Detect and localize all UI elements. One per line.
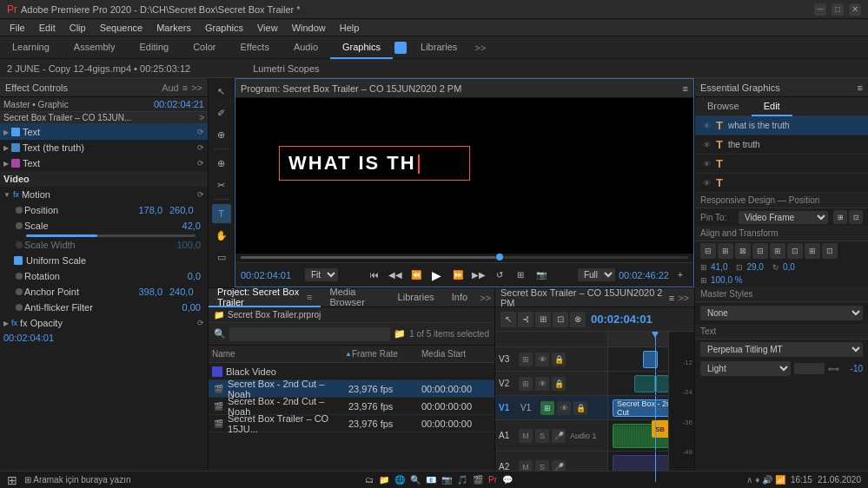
eg-menu-icon[interactable]: ≡ [858,82,863,93]
export-frame-button[interactable]: 📷 [533,267,549,283]
uniform-scale-checkbox[interactable] [14,256,23,265]
taskbar-icon-4[interactable]: 🔍 [410,475,421,485]
anchor-x[interactable]: 398,0 [128,287,162,297]
step-back-button[interactable]: ◀◀ [388,267,403,283]
scale-val[interactable]: 42,0 [166,221,201,231]
tl-slip-tool[interactable]: ⊡ [553,312,568,327]
timeline-menu-icon[interactable]: ≡ [669,293,674,303]
eg-eye-4[interactable]: 👁 [700,177,712,189]
weight-select[interactable]: Light [700,361,791,376]
menu-window[interactable]: Window [286,21,332,35]
rot-val[interactable]: 0,0 [783,262,795,272]
motion-reset[interactable]: ⟳ [197,190,204,199]
anchor-point-row[interactable]: Anchor Point 398,0 240,0 [10,284,208,300]
align-bottom-btn[interactable]: ⊡ [787,243,803,259]
col-name-header[interactable]: Name [212,349,345,359]
v3-eye[interactable]: 👁 [535,353,549,366]
kerning-val[interactable]: -10 [841,364,863,373]
rotation-row[interactable]: Rotation 0,0 [10,268,208,284]
anchor-y[interactable]: 240,0 [169,287,204,297]
clip-v2-1[interactable] [634,375,656,392]
distribute-v-btn[interactable]: ⊡ [822,243,838,259]
text-layer-2[interactable]: ▶ Text (the truth) ⟳ [0,140,208,155]
pen-tool[interactable]: ✐ [212,103,231,122]
taskbar-icon-7[interactable]: 🎵 [457,475,467,485]
opacity-reset[interactable]: ⟳ [197,319,204,327]
taskbar-icon-10[interactable]: 💬 [502,475,513,485]
tab-editing[interactable]: Editing [128,36,182,59]
rotation-dot[interactable] [16,273,23,280]
add-button[interactable]: + [673,267,688,283]
eg-eye-2[interactable]: 👁 [700,139,712,151]
pos-y-val[interactable]: 29,0 [746,262,763,272]
tl-razor-tool[interactable]: ⊗ [570,312,586,327]
position-row[interactable]: Position 178,0 260,0 [10,202,208,218]
pin-icon-1[interactable]: ⊞ [833,210,847,224]
scale-row[interactable]: Scale 42,0 [10,218,208,234]
menu-markers[interactable]: Markers [150,21,197,35]
eg-layer-2[interactable]: 👁 T the truth [695,135,868,155]
scrubber-track[interactable] [241,256,688,259]
distribute-h-btn[interactable]: ⊞ [805,243,820,259]
rotation-val[interactable]: 0,0 [166,271,201,281]
eg-eye-3[interactable]: 👁 [700,158,712,170]
align-top-btn[interactable]: ⊟ [752,243,768,259]
play-out-button[interactable]: ⏩ [450,267,466,283]
new-bin-icon[interactable]: 📁 [394,328,406,340]
preview-scrubber[interactable] [235,254,693,262]
a1-mic[interactable]: 🎤 [552,429,566,443]
taskbar-icon-3[interactable]: 🌐 [394,475,405,485]
play-in-to-out-button[interactable]: ⏪ [408,267,424,283]
more-tabs-button[interactable]: >> [469,39,491,56]
tab-assembly[interactable]: Assembly [62,36,128,59]
tab-project[interactable]: Project: Secret Box Trailer ≡ [209,288,321,307]
project-item-4[interactable]: 🎬 Secret Box Trailer – CO 15JU... 23,976… [209,415,494,432]
eg-layer-3[interactable]: 👁 T [695,155,868,174]
tab-effects[interactable]: Effects [228,36,281,59]
play-button[interactable]: ▶ [429,267,445,283]
antiflicker-dot[interactable] [16,304,23,311]
move-tool[interactable]: ✋ [212,226,231,245]
preview-timecode[interactable]: 00:02:04:01 [241,270,301,280]
type-tool[interactable]: T [212,204,231,223]
uniform-scale-row[interactable]: Uniform Scale [10,253,208,268]
v1-toggle[interactable]: ⊞ [540,401,554,415]
loop-button[interactable]: ↺ [492,267,507,283]
tab-audio[interactable]: Audio [282,36,330,59]
anchor-dot[interactable] [16,288,23,295]
a1-toggle[interactable]: M [519,429,533,443]
timeline-timecode[interactable]: 00:02:04:01 [591,313,653,326]
windows-start-icon[interactable]: ⊞ [7,473,17,487]
align-right-btn[interactable]: ⊠ [735,243,751,259]
master-styles-select[interactable]: None [700,306,863,320]
tl-ripple-tool[interactable]: ⊰ [518,312,533,327]
tl-trim-tool[interactable]: ⊞ [535,312,551,327]
tab-color[interactable]: Color [181,36,228,59]
taskbar-icon-6[interactable]: 📷 [441,475,452,485]
close-button[interactable]: ✕ [849,3,861,16]
tl-selection-tool[interactable]: ↖ [500,312,516,327]
more-panels-btn[interactable]: >> [476,293,494,303]
position-y[interactable]: 260,0 [169,205,204,215]
zoom-in-tool[interactable]: ⊕ [212,154,231,173]
timeline-expand[interactable]: >> [678,293,689,303]
col-start-header[interactable]: Media Start [421,349,491,359]
font-select[interactable]: Perpetua Titling MT [700,342,863,357]
v1-lock[interactable]: 🔒 [573,401,587,415]
position-x[interactable]: 178,0 [128,205,162,215]
scale-x-val[interactable]: 100,0 % [711,275,743,285]
go-to-in-button[interactable]: ⏮ [367,267,382,283]
taskbar-icon-2[interactable]: 📁 [379,475,389,485]
taskbar-icon-5[interactable]: 📧 [426,475,436,485]
pin-icon-2[interactable]: ⊡ [849,210,863,224]
preview-menu-icon[interactable]: ≡ [683,83,688,94]
menu-help[interactable]: Help [334,21,366,35]
v3-lock[interactable]: 🔒 [552,353,566,366]
audio-tab[interactable]: Aud [162,82,179,93]
effect-expand[interactable]: > [199,113,204,122]
v3-toggle[interactable]: ⊞ [519,353,533,366]
taskbar-icon-8[interactable]: 🎬 [473,475,483,485]
scale-width-dot[interactable] [16,241,23,248]
v2-toggle[interactable]: ⊞ [519,377,533,391]
scale-width-val[interactable]: 100,0 [166,240,201,250]
